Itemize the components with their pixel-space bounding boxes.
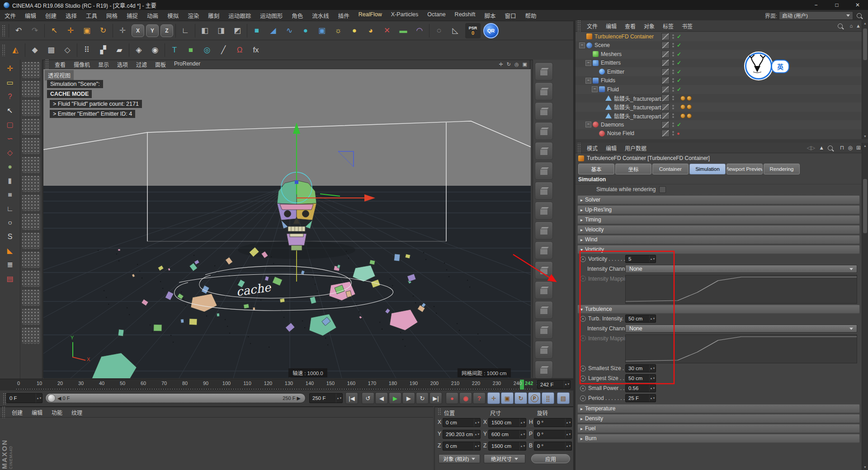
spinner-arrows-icon[interactable]: ▲▼ (649, 395, 656, 402)
visibility-toggle-icon[interactable] (661, 121, 670, 128)
object-row-Emitters[interactable]: −Emitters✓ (576, 59, 862, 68)
next-key-button[interactable]: ↻ (416, 392, 429, 404)
channel-dropdown[interactable]: None (625, 324, 857, 333)
dot-toggle-icon[interactable] (672, 113, 674, 118)
expander-icon[interactable]: − (585, 60, 591, 66)
render-to-picture-viewer-icon[interactable]: ◨ (213, 23, 229, 39)
object-toggles[interactable]: ✓ (661, 33, 681, 40)
view-tool-icon[interactable] (535, 142, 553, 160)
mode-palette-icon[interactable] (22, 175, 41, 193)
spinner-arrows-icon[interactable]: ▲▼ (474, 430, 480, 438)
object-row-骷髅头_fracturepart83[interactable]: 骷髅头_fracturepart83 (576, 112, 862, 121)
zoom-view-icon[interactable]: ◎ (514, 61, 519, 67)
mode-palette-icon[interactable] (22, 137, 41, 155)
dot-toggle-icon[interactable] (672, 95, 674, 101)
cylinder-tool-icon[interactable]: ▮ (2, 174, 18, 188)
go-to-start-button[interactable]: |◀ (345, 392, 358, 404)
object-toggles[interactable]: ✓ (661, 77, 681, 85)
menu-item-创建[interactable]: 创建 (41, 11, 61, 20)
next-frame-button[interactable]: ▶ (402, 392, 415, 404)
menu-item-窗口[interactable]: 窗口 (500, 11, 520, 20)
menu-item-Redshift[interactable]: Redshift (450, 11, 480, 20)
play-button[interactable]: ▶ (389, 392, 401, 404)
ime-indicator[interactable]: 英 (745, 52, 799, 80)
viewport-menu-item-ProRender[interactable]: ProRender (170, 61, 204, 68)
timeline-window-button[interactable]: ▤ (557, 392, 570, 404)
cube-tool-icon[interactable]: ■ (2, 188, 18, 202)
add-spline-icon[interactable]: ∿ (281, 23, 297, 39)
channel-dropdown[interactable]: None (625, 265, 857, 273)
attribute-menu-item-用户数据[interactable]: 用户数据 (621, 144, 651, 152)
rotation-field[interactable]: 0 °▲▼ (534, 442, 572, 451)
mode-palette-icon[interactable] (22, 156, 41, 174)
object-row-Fluid[interactable]: −Fluid✓ (576, 85, 862, 94)
object-tags[interactable] (680, 113, 693, 118)
group-Timing[interactable]: ▸Timing (577, 215, 860, 224)
plane-tool-icon[interactable]: ▭ (2, 75, 18, 89)
mode-palette-icon[interactable] (22, 80, 41, 98)
group-Up-Res'ing[interactable]: ▸Up-Res'ing (577, 205, 860, 214)
object-row-骷髅头_fracturepart54[interactable]: 骷髅头_fracturepart54 (576, 103, 862, 112)
intensity-curve-widget[interactable] (625, 275, 857, 304)
add-cube-icon[interactable]: ■ (249, 23, 265, 39)
menu-item-X-Particles[interactable]: X-Particles (387, 11, 423, 20)
object-row-Emitter[interactable]: Emitter✓ (576, 67, 862, 76)
position-field[interactable]: 0 cm▲▼ (443, 418, 481, 427)
view-tool-icon[interactable] (535, 162, 553, 180)
xpresso-icon[interactable]: ✕ (379, 23, 395, 39)
dot-toggle-icon[interactable] (672, 69, 674, 75)
close-button[interactable]: ✕ (847, 0, 868, 10)
enabled-check-icon[interactable]: ✓ (677, 60, 681, 66)
menu-item-Octane[interactable]: Octane (423, 11, 450, 20)
add-sky-icon[interactable]: ● (346, 23, 363, 39)
lock-icon[interactable]: ⊓ (840, 145, 844, 151)
model-mode-icon[interactable]: ◆ (27, 42, 43, 58)
move-tool-icon[interactable]: ✛ (2, 61, 18, 75)
search-icon[interactable] (838, 24, 843, 28)
spinner-arrows-icon[interactable]: ▲▼ (519, 442, 526, 450)
menu-item-角色[interactable]: 角色 (287, 11, 307, 20)
object-toggles[interactable] (661, 112, 693, 120)
cursor-icon[interactable]: ▲ (819, 145, 824, 151)
last-tool-icon[interactable]: ✛ (114, 23, 131, 39)
view-tool-icon[interactable] (535, 241, 553, 259)
view-tool-icon[interactable] (535, 202, 553, 220)
mode-palette-icon[interactable] (22, 289, 41, 306)
value-spinner[interactable]: 50 cm▲▼ (625, 315, 656, 323)
viewport-menu-item-过滤[interactable]: 过滤 (132, 61, 151, 68)
keyframe-dot-icon[interactable] (580, 276, 586, 282)
object-toggles[interactable]: ● (661, 130, 680, 137)
live-selection-icon[interactable]: ↖ (46, 23, 62, 39)
spinner-arrows-icon[interactable]: ▲▼ (519, 418, 526, 427)
group-Temperature[interactable]: ▸Temperature (577, 404, 860, 413)
menu-item-选择[interactable]: 选择 (61, 11, 81, 20)
menu-item-工具[interactable]: 工具 (81, 11, 102, 20)
viewport-menu-item-面板[interactable]: 面板 (151, 61, 170, 68)
paint-bucket-icon[interactable]: ◣ (2, 244, 18, 258)
viewport-menu-item-显示[interactable]: 显示 (94, 61, 113, 68)
render-view-icon[interactable]: ◧ (197, 23, 213, 39)
size-mode-select[interactable]: 绝对尺寸 (484, 454, 525, 463)
enabled-check-icon[interactable]: ✓ (677, 51, 681, 57)
enabled-check-icon[interactable]: ✓ (677, 69, 681, 75)
ime-language-button[interactable]: 英 (771, 60, 789, 73)
group-Burn[interactable]: ▸Burn (577, 434, 860, 443)
view-tool-icon[interactable] (535, 341, 553, 359)
select-arrow-icon[interactable]: ↖ (2, 103, 18, 118)
expander-icon[interactable]: − (579, 42, 585, 48)
record-rotation-button[interactable]: ↻ (514, 392, 527, 404)
qr-button[interactable]: QR (483, 23, 499, 38)
visibility-toggle-icon[interactable] (661, 77, 670, 84)
expander-icon[interactable]: − (585, 122, 591, 127)
rotation-field[interactable]: 0 °▲▼ (534, 418, 572, 427)
spinner-arrows-icon[interactable]: ▲▼ (336, 394, 342, 403)
view-tool-icon[interactable] (535, 221, 553, 240)
toolbar-grip[interactable] (2, 25, 5, 37)
spinner-arrows-icon[interactable]: ▲▼ (565, 418, 571, 427)
polygon-select-icon[interactable]: ◇ (2, 146, 18, 160)
object-row-Noise Field[interactable]: Noise Field● (576, 129, 862, 138)
object-tags[interactable] (680, 96, 693, 101)
menu-item-模拟[interactable]: 模拟 (163, 11, 183, 20)
panel-grip[interactable] (577, 20, 581, 32)
group-Density[interactable]: ▸Density (577, 414, 860, 423)
